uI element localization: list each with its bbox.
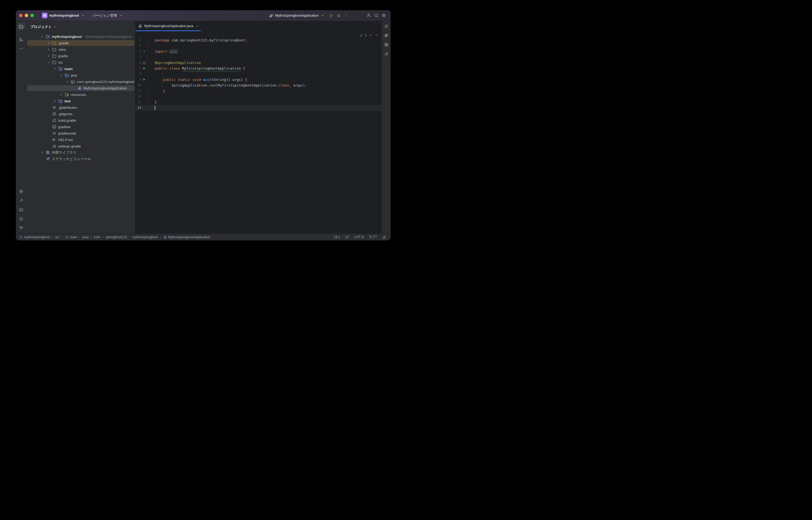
tree-item-build.gradle[interactable]: build.gradle: [27, 117, 135, 124]
tree-item-label: .idea: [58, 48, 66, 52]
code-line-14[interactable]: 14: [135, 105, 382, 111]
terminal-icon[interactable]: [18, 206, 25, 213]
code-with-me-button[interactable]: [365, 12, 373, 19]
debug-button[interactable]: [335, 12, 342, 19]
caret-position-widget[interactable]: 14:1: [333, 235, 340, 239]
spring-bean-icon[interactable]: [141, 60, 147, 66]
more-actions-button[interactable]: [342, 12, 350, 19]
breadcrumb-item[interactable]: myfirstspringboot: [19, 235, 50, 239]
chevron-right-icon[interactable]: [59, 93, 63, 97]
run-configuration-selector[interactable]: MyfirstspringbootApplication: [269, 14, 325, 18]
tree-item-myfirstspringboot[interactable]: myfirstspringboot~/Downloads/myfirstspri…: [27, 33, 135, 40]
close-tab-icon[interactable]: ×: [196, 24, 198, 28]
chevron-right-icon[interactable]: [47, 47, 51, 52]
breadcrumb-item[interactable]: springboot123: [106, 235, 127, 239]
settings-button[interactable]: [380, 12, 387, 19]
springboot-icon: [77, 86, 82, 90]
chevron-down-icon: [53, 25, 57, 29]
tree-item-MyfirstspringbootApplication[interactable]: MyfirstspringbootApplication: [27, 85, 135, 91]
database-icon[interactable]: [383, 41, 390, 48]
run-icon[interactable]: [141, 66, 147, 71]
gutter-spacer: [141, 88, 147, 94]
tree-item-.gitattributes[interactable]: .gitattributes: [27, 104, 135, 111]
code-line-9[interactable]: 9 public static void main(String[] args)…: [135, 77, 382, 82]
chevron-right-icon[interactable]: [40, 150, 44, 155]
tree-item-.gradle[interactable]: .gradle: [27, 40, 135, 46]
tree-item-test[interactable]: test: [27, 98, 135, 104]
breadcrumb-item[interactable]: src: [55, 235, 60, 239]
breadcrumb-item[interactable]: myfirstspringboot: [132, 235, 158, 239]
breadcrumb-item[interactable]: MyfirstspringbootApplication: [163, 235, 210, 239]
tree-item--[interactable]: 外部ライブラリ: [27, 149, 135, 156]
code-line-10[interactable]: 10 SpringApplication.run(Myfirstspringbo…: [135, 82, 382, 88]
editor-tab[interactable]: MyfirstspringbootApplication.java ×: [135, 21, 201, 31]
project-folder-icon[interactable]: [18, 23, 25, 30]
code-text: import ...: [147, 49, 382, 54]
build-hammer-icon[interactable]: [18, 197, 25, 204]
tree-item-settings.gradle[interactable]: settings.gradle: [27, 143, 135, 149]
run-icon[interactable]: [141, 77, 147, 82]
gradle-icon[interactable]: [383, 50, 390, 57]
code-line-6[interactable]: 6@SpringBootApplication: [135, 60, 382, 66]
vcs-widget[interactable]: バージョン管理: [90, 12, 125, 19]
chevron-down-icon[interactable]: [65, 79, 70, 84]
unlock-icon[interactable]: [382, 235, 386, 239]
problems-icon[interactable]: [18, 215, 25, 223]
fold-icon[interactable]: [141, 49, 147, 54]
tree-item-com.springboot123.myfirstspringboot[interactable]: com.springboot123.myfirstspringboot: [27, 78, 135, 85]
tree-item-src[interactable]: src: [27, 59, 135, 66]
more-horizontal-icon[interactable]: [18, 45, 25, 52]
close-window-button[interactable]: [19, 14, 23, 17]
notifications-bell-icon[interactable]: [383, 23, 390, 30]
line-number: 13: [135, 99, 141, 105]
chevron-right-icon[interactable]: [53, 99, 57, 103]
indent-widget[interactable]: タブ*: [369, 235, 377, 239]
breadcrumb-item[interactable]: com: [94, 235, 101, 239]
tree-item-label: HELP.md: [58, 138, 73, 142]
breadcrumb-item[interactable]: main: [65, 235, 77, 239]
git-branch-icon[interactable]: [18, 224, 25, 232]
maximize-window-button[interactable]: [30, 14, 34, 17]
chevron-right-icon[interactable]: [47, 41, 51, 45]
code-line-5[interactable]: 5: [135, 54, 382, 60]
chevron-down-icon[interactable]: [59, 73, 63, 77]
ai-assistant-icon[interactable]: [383, 32, 390, 39]
code-editor[interactable]: 1 1package com.springboot123.myfirstspri…: [135, 31, 382, 233]
tree-item-gradle[interactable]: gradle: [27, 53, 135, 59]
services-icon[interactable]: [18, 188, 25, 195]
minimize-window-button[interactable]: [25, 14, 28, 17]
tree-item-resources[interactable]: resources: [27, 91, 135, 98]
chevron-down-icon[interactable]: [40, 34, 44, 39]
breadcrumb-separator: ›: [102, 235, 104, 239]
tree-item-gradlew[interactable]: gradlew: [27, 124, 135, 130]
prev-problem-icon[interactable]: [369, 33, 373, 37]
code-line-3[interactable]: 3import ...: [135, 49, 382, 54]
structure-icon[interactable]: [18, 36, 25, 43]
tree-item--[interactable]: スクラッチとコンソール: [27, 156, 135, 162]
code-line-12[interactable]: 12: [135, 94, 382, 99]
tree-item-HELP.md[interactable]: M↓HELP.md: [27, 136, 135, 143]
run-button[interactable]: [327, 12, 335, 19]
search-everywhere-button[interactable]: [373, 12, 380, 19]
tree-item-.gitignore[interactable]: .gitignore: [27, 111, 135, 117]
tree-item-java[interactable]: java: [27, 72, 135, 78]
encoding-widget[interactable]: UTF-8: [354, 235, 363, 239]
chevron-down-icon[interactable]: [47, 60, 51, 64]
code-line-13[interactable]: 13}: [135, 99, 382, 105]
code-line-1[interactable]: 1package com.springboot123.myfirstspring…: [135, 37, 382, 43]
project-panel-header[interactable]: プロジェクト: [27, 21, 135, 31]
breadcrumb-item[interactable]: java: [82, 235, 89, 239]
line-ending-widget[interactable]: LF: [345, 235, 349, 239]
chevron-right-icon[interactable]: [47, 54, 51, 58]
code-line-2[interactable]: 2: [135, 43, 382, 49]
code-line-8[interactable]: 8: [135, 71, 382, 77]
chevron-down-icon[interactable]: [53, 67, 57, 71]
inspection-widget[interactable]: 1: [359, 33, 378, 37]
tree-item-.idea[interactable]: .idea: [27, 46, 135, 53]
tree-item-main[interactable]: main: [27, 66, 135, 72]
code-line-11[interactable]: 11 }: [135, 88, 382, 94]
project-widget[interactable]: M myfirstspringboot: [40, 12, 87, 19]
next-problem-icon[interactable]: [375, 33, 378, 37]
tree-item-gradlew.bat[interactable]: gradlew.bat: [27, 130, 135, 136]
code-line-7[interactable]: 7public class MyfirstspringbootApplicati…: [135, 66, 382, 71]
